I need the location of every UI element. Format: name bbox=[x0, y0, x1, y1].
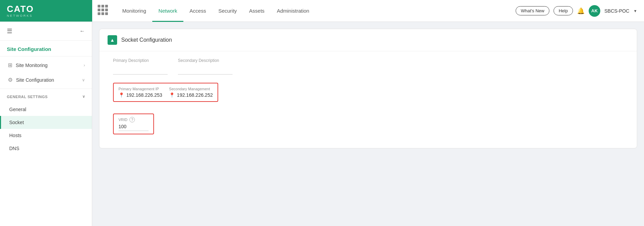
primary-description-label: Primary Description bbox=[113, 58, 168, 63]
collapse-button[interactable]: ▲ bbox=[108, 35, 117, 45]
nav-network[interactable]: Network bbox=[152, 0, 183, 22]
ip-highlighted-box: Primary Management IP 📍 192.168.226.253 … bbox=[113, 83, 218, 102]
sidebar: ☰ ← Site Configuration ⊞ Site Monitoring… bbox=[0, 22, 92, 226]
sidebar-item-general-label: General bbox=[9, 107, 26, 112]
vrid-value: 100 bbox=[118, 124, 149, 131]
sidebar-item-socket-label: Socket bbox=[9, 120, 24, 125]
general-settings-label[interactable]: GENERAL SETTINGS ∨ bbox=[0, 90, 92, 103]
main-nav: Monitoring Network Access Security Asset… bbox=[113, 0, 516, 22]
sidebar-divider-2 bbox=[0, 89, 92, 89]
sidebar-item-site-configuration[interactable]: ⚙ Site Configuration ∨ bbox=[0, 72, 92, 87]
grid-menu-icon[interactable] bbox=[98, 5, 110, 17]
chevron-down-icon: ∨ bbox=[82, 78, 85, 82]
secondary-ip-value-row: 📍 192.168.226.252 bbox=[169, 92, 213, 98]
main-body: ☰ ← Site Configuration ⊞ Site Monitoring… bbox=[0, 22, 644, 226]
sidebar-item-dns[interactable]: DNS bbox=[0, 142, 92, 155]
site-monitoring-icon: ⊞ bbox=[8, 62, 12, 68]
top-nav: CATO NETWORKS Monitoring Network Access … bbox=[0, 0, 644, 22]
secondary-description-field: Secondary Description bbox=[178, 58, 233, 75]
sidebar-top: ☰ ← bbox=[0, 22, 92, 41]
account-name[interactable]: SBCS-POC bbox=[604, 8, 629, 14]
sidebar-item-general[interactable]: General bbox=[0, 103, 92, 116]
secondary-ip-field: Secondary Management 📍 192.168.226.252 bbox=[169, 87, 213, 98]
secondary-description-value[interactable] bbox=[178, 64, 233, 75]
back-icon[interactable]: ← bbox=[80, 28, 85, 34]
account-dropdown-icon[interactable]: ▼ bbox=[633, 9, 637, 13]
section-header: ▲ Socket Configuration bbox=[99, 29, 637, 51]
chevron-right-icon: › bbox=[84, 63, 85, 68]
logo-area: CATO NETWORKS bbox=[0, 0, 92, 22]
vrid-label: VRID bbox=[118, 118, 127, 122]
notification-bell-icon[interactable]: 🔔 bbox=[577, 7, 585, 15]
primary-ip-field: Primary Management IP 📍 192.168.226.253 bbox=[118, 87, 162, 98]
sidebar-section-title: Site Configuration bbox=[0, 41, 92, 55]
socket-configuration-card: ▲ Socket Configuration Primary Descripti… bbox=[99, 29, 637, 148]
primary-description-value[interactable] bbox=[113, 64, 168, 75]
whats-new-button[interactable]: What's New bbox=[516, 6, 549, 15]
logo-sub: NETWORKS bbox=[7, 14, 34, 17]
vrid-highlighted-box: VRID ? 100 bbox=[113, 114, 154, 134]
sidebar-item-site-configuration-label: Site Configuration bbox=[16, 77, 54, 83]
hamburger-icon[interactable]: ☰ bbox=[7, 27, 12, 35]
content-area: ▲ Socket Configuration Primary Descripti… bbox=[92, 22, 644, 226]
secondary-ip-label: Secondary Management bbox=[169, 87, 213, 91]
help-button[interactable]: Help bbox=[554, 6, 573, 15]
sidebar-item-site-monitoring[interactable]: ⊞ Site Monitoring › bbox=[0, 58, 92, 72]
nav-monitoring[interactable]: Monitoring bbox=[116, 0, 152, 22]
general-settings-text: GENERAL SETTINGS bbox=[7, 95, 48, 99]
avatar[interactable]: AK bbox=[589, 5, 600, 17]
vrid-label-row: VRID ? bbox=[118, 117, 149, 122]
secondary-ip-value: 192.168.226.252 bbox=[177, 92, 213, 98]
primary-location-pin-icon: 📍 bbox=[118, 92, 124, 98]
primary-description-field: Primary Description bbox=[113, 58, 168, 75]
sidebar-item-dns-label: DNS bbox=[9, 146, 19, 151]
sidebar-item-site-monitoring-label: Site Monitoring bbox=[16, 63, 47, 68]
section-title: Socket Configuration bbox=[121, 37, 172, 43]
sidebar-item-socket[interactable]: Socket bbox=[0, 116, 92, 129]
secondary-description-label: Secondary Description bbox=[178, 58, 233, 63]
primary-ip-value-row: 📍 192.168.226.253 bbox=[118, 92, 162, 98]
sidebar-item-hosts-label: Hosts bbox=[9, 133, 22, 138]
description-row: Primary Description Secondary Descriptio… bbox=[113, 58, 623, 75]
logo-text: CATO bbox=[7, 4, 34, 13]
section-body: Primary Description Secondary Descriptio… bbox=[99, 51, 637, 138]
nav-assets[interactable]: Assets bbox=[243, 0, 271, 22]
primary-ip-value: 192.168.226.253 bbox=[126, 92, 162, 98]
sidebar-item-hosts[interactable]: Hosts bbox=[0, 129, 92, 142]
nav-administration[interactable]: Administration bbox=[271, 0, 316, 22]
nav-access[interactable]: Access bbox=[183, 0, 212, 22]
site-configuration-icon: ⚙ bbox=[8, 77, 13, 83]
vrid-help-icon[interactable]: ? bbox=[129, 117, 135, 122]
general-settings-chevron-icon: ∨ bbox=[82, 94, 85, 99]
nav-security[interactable]: Security bbox=[212, 0, 243, 22]
sidebar-divider-1 bbox=[0, 56, 92, 56]
secondary-location-pin-icon: 📍 bbox=[169, 92, 175, 98]
nav-right: What's New Help 🔔 AK SBCS-POC ▼ bbox=[516, 5, 644, 17]
primary-ip-label: Primary Management IP bbox=[118, 87, 162, 91]
